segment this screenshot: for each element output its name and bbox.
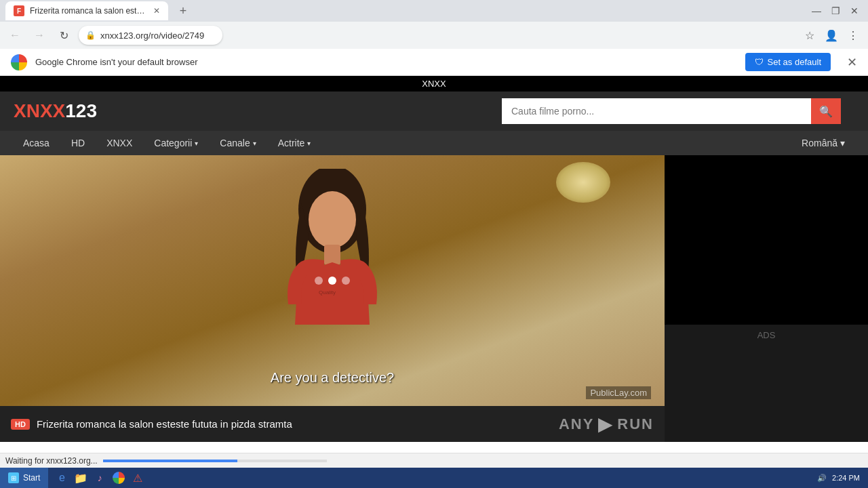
maximize-button[interactable]: ❐ xyxy=(827,3,844,19)
search-button[interactable]: 🔍 xyxy=(811,98,841,124)
tab-favicon: F xyxy=(14,5,24,16)
start-label: Start xyxy=(23,473,40,483)
taskbar-folder-icon[interactable]: 📁 xyxy=(73,470,89,486)
video-title: Frizerita romanca la salon esteste futut… xyxy=(37,418,292,430)
profile-button[interactable]: 👤 xyxy=(822,26,841,45)
nav-item-hd[interactable]: HD xyxy=(62,131,94,155)
nav-lang-label: Română xyxy=(802,138,837,148)
start-icon: ⊞ xyxy=(8,472,19,483)
tab-bar: F Frizerita romanca la salon esteste fu.… xyxy=(5,1,808,20)
browser-chrome: F Frizerita romanca la salon esteste fu.… xyxy=(0,0,868,76)
categorii-arrow-icon: ▾ xyxy=(195,140,198,147)
chrome-logo-icon xyxy=(11,54,27,70)
taskbar: ⊞ Start e 📁 ♪ ⚠ 🔊 2:24 PM xyxy=(0,468,868,488)
banner-text: Google Chrome isn't your default browser xyxy=(35,57,737,67)
tab-close-button[interactable]: ✕ xyxy=(153,6,160,16)
browser-tab[interactable]: F Frizerita romanca la salon esteste fu.… xyxy=(5,1,168,20)
ad-label: ADS xyxy=(665,325,868,346)
window-controls: — ❐ ✕ xyxy=(808,3,863,19)
status-text: Waiting for xnxx123.org... xyxy=(5,456,98,466)
dot-3 xyxy=(342,277,350,285)
lock-icon: 🔒 xyxy=(85,30,96,40)
logo-123: 123 xyxy=(65,100,97,121)
back-button[interactable]: ← xyxy=(5,26,24,45)
new-tab-button[interactable]: + xyxy=(174,1,193,20)
taskbar-right: 🔊 2:24 PM xyxy=(809,474,868,483)
loading-dots xyxy=(315,277,350,285)
nav-item-actrite[interactable]: Actrite ▾ xyxy=(269,131,321,155)
site-logo: XNXX123 xyxy=(14,100,97,122)
bookmark-button[interactable]: ☆ xyxy=(800,26,819,45)
nav-item-acasa[interactable]: Acasa xyxy=(14,131,59,155)
volume-icon: 🔊 xyxy=(817,474,827,483)
shield-icon: 🛡 xyxy=(755,57,764,67)
nav-lang-arrow-icon: ▾ xyxy=(840,138,845,148)
title-bar: F Frizerita romanca la salon esteste fu.… xyxy=(0,0,868,22)
site-main: Quality Are you a detective? PublicLay.c… xyxy=(0,155,868,442)
nav-lang[interactable]: Română ▾ xyxy=(792,131,854,155)
taskbar-chrome-icon[interactable] xyxy=(111,470,127,486)
address-bar: ← → ↻ 🔒 ☆ 👤 ⋮ xyxy=(0,22,868,49)
svg-rect-2 xyxy=(324,245,340,265)
search-input[interactable] xyxy=(502,98,811,124)
refresh-button[interactable]: ↻ xyxy=(54,26,73,45)
anyrun-text: ANY xyxy=(559,415,594,433)
set-default-button[interactable]: 🛡 Set as default xyxy=(745,53,831,71)
video-chandelier xyxy=(556,162,610,203)
site-top-bar-text: XNXX xyxy=(422,79,446,89)
close-button[interactable]: ✕ xyxy=(846,3,863,19)
anyrun-logo: ANY ▶ RUN xyxy=(559,413,654,435)
nav-items: Acasa HD XNXX Categorii ▾ Canale ▾ Actri… xyxy=(14,131,320,155)
menu-button[interactable]: ⋮ xyxy=(844,26,863,45)
site-top-bar: XNXX xyxy=(0,76,868,92)
banner-close-button[interactable]: ✕ xyxy=(847,55,857,70)
default-browser-banner: Google Chrome isn't your default browser… xyxy=(0,49,868,76)
dot-1 xyxy=(315,277,323,285)
sidebar-ad: ADS xyxy=(665,155,868,442)
actrite-arrow-icon: ▾ xyxy=(307,140,311,147)
video-title-bar: HD Frizerita romanca la salon esteste fu… xyxy=(0,406,665,442)
ad-black-area xyxy=(665,155,868,325)
nav-item-xnxx[interactable]: XNXX xyxy=(97,131,142,155)
taskbar-media-icon[interactable]: ♪ xyxy=(92,470,108,486)
tab-title: Frizerita romanca la salon esteste fu... xyxy=(30,6,148,16)
status-bar: Waiting for xnxx123.org... xyxy=(0,453,868,468)
progress-bar-fill xyxy=(103,460,237,462)
site-header: XNXX123 🔍 xyxy=(0,92,868,131)
video-subtitle: Are you a detective? xyxy=(271,370,394,386)
url-input[interactable] xyxy=(79,26,222,45)
video-section: Quality Are you a detective? PublicLay.c… xyxy=(0,155,665,442)
toolbar-actions: ☆ 👤 ⋮ xyxy=(800,26,863,45)
taskbar-items: e 📁 ♪ ⚠ xyxy=(48,470,151,486)
site-content: XNXX XNXX123 🔍 Acasa HD XNXX Categorii ▾… xyxy=(0,76,868,442)
taskbar-ie-icon[interactable]: e xyxy=(54,470,70,486)
forward-button[interactable]: → xyxy=(30,26,49,45)
minimize-button[interactable]: — xyxy=(808,3,825,19)
video-player[interactable]: Quality Are you a detective? PublicLay.c… xyxy=(0,155,665,406)
svg-point-1 xyxy=(309,191,356,248)
url-bar-wrap: 🔒 xyxy=(79,26,795,45)
hd-badge: HD xyxy=(11,419,30,430)
progress-bar-wrap xyxy=(103,460,327,462)
clock: 2:24 PM xyxy=(832,474,860,482)
site-nav: Acasa HD XNXX Categorii ▾ Canale ▾ Actri… xyxy=(0,131,868,155)
nav-item-categorii[interactable]: Categorii ▾ xyxy=(144,131,208,155)
search-icon: 🔍 xyxy=(819,105,833,118)
anyrun-play-icon: ▶ xyxy=(598,413,613,435)
set-default-label: Set as default xyxy=(768,57,822,67)
video-watermark: PublicLay.com xyxy=(586,386,651,399)
nav-item-canale[interactable]: Canale ▾ xyxy=(210,131,265,155)
search-bar: 🔍 xyxy=(502,98,841,124)
dot-2 xyxy=(328,277,336,285)
start-button[interactable]: ⊞ Start xyxy=(0,468,48,488)
logo-xnxx: XNXX xyxy=(14,100,65,121)
anyrun-suffix: RUN xyxy=(617,415,654,433)
svg-text:Quality: Quality xyxy=(319,289,336,296)
canale-arrow-icon: ▾ xyxy=(253,140,256,147)
taskbar-warning-icon[interactable]: ⚠ xyxy=(130,470,146,486)
